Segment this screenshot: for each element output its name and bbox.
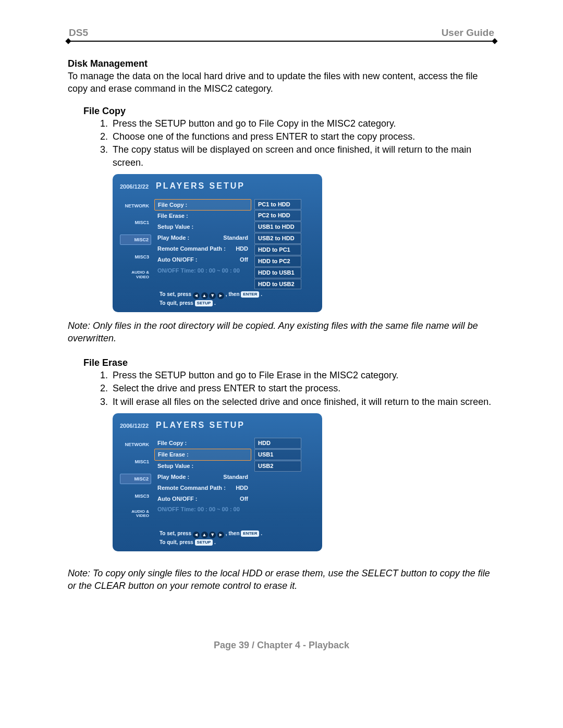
screen-settings-column: File Copy : File Erase : Setup Value : P… bbox=[154, 199, 251, 290]
setting-file-copy[interactable]: File Copy : bbox=[154, 199, 251, 211]
sidebar-tab-misc1[interactable]: MISC1 bbox=[120, 218, 151, 227]
sidebar-tab-misc1[interactable]: MISC1 bbox=[120, 457, 151, 466]
screen-options-column: PC1 to HDD PC2 to HDD USB1 to HDD USB2 t… bbox=[254, 199, 301, 290]
players-setup-screen-filecopy: 2006/12/22 PLAYERS SETUP NETWORK MISC1 M… bbox=[113, 174, 322, 312]
list-item: Select the drive and press ENTER to star… bbox=[111, 382, 495, 394]
players-setup-screen-fileerase: 2006/12/22 PLAYERS SETUP NETWORK MISC1 M… bbox=[113, 413, 322, 551]
screen-date: 2006/12/22 bbox=[120, 422, 149, 430]
screen-title: PLAYERS SETUP bbox=[156, 180, 245, 192]
list-item: The copy status will be displayed on scr… bbox=[111, 143, 495, 169]
setting-file-copy[interactable]: File Copy : bbox=[154, 438, 251, 449]
arrow-down-icon: ▼ bbox=[209, 292, 216, 299]
setting-play-mode[interactable]: Play Mode :Standard bbox=[154, 472, 251, 483]
option-item[interactable]: PC2 to HDD bbox=[254, 210, 301, 221]
sidebar-tab-audio-video[interactable]: AUDIO & VIDEO bbox=[120, 269, 151, 281]
file-erase-title: File Erase bbox=[83, 356, 495, 369]
option-item[interactable]: USB1 bbox=[254, 449, 301, 460]
enter-key-icon: ENTER bbox=[241, 530, 259, 537]
screen-hints: To set, press ◄ ▲ ▼ ► , then ENTER . To … bbox=[160, 290, 262, 307]
disk-management-title: Disk Management bbox=[68, 57, 495, 70]
setting-play-mode[interactable]: Play Mode :Standard bbox=[154, 232, 251, 243]
list-item: Choose one of the functions and press EN… bbox=[111, 130, 495, 143]
option-item[interactable]: HDD bbox=[254, 438, 301, 449]
header-right: User Guide bbox=[442, 26, 494, 40]
option-item[interactable]: HDD to PC1 bbox=[254, 244, 301, 255]
option-item[interactable]: USB1 to HDD bbox=[254, 221, 301, 232]
setting-onoff-time: ON/OFF Time: 00 : 00 ~ 00 : 00 bbox=[154, 504, 251, 515]
file-copy-section: File Copy Press the SETUP button and go … bbox=[83, 105, 495, 345]
setting-file-erase[interactable]: File Erase : bbox=[154, 449, 251, 461]
option-item[interactable]: HDD to USB2 bbox=[254, 279, 301, 290]
sidebar-tab-misc2[interactable]: MISC2 bbox=[120, 235, 151, 245]
setting-setup-value[interactable]: Setup Value : bbox=[154, 221, 251, 232]
sidebar-tab-network[interactable]: NETWORK bbox=[120, 201, 151, 211]
option-item[interactable]: USB2 bbox=[254, 461, 301, 472]
setting-file-erase[interactable]: File Erase : bbox=[154, 211, 251, 221]
final-note: Note: To copy only single files to the l… bbox=[68, 567, 495, 593]
header-rule bbox=[68, 41, 495, 42]
arrow-right-icon: ► bbox=[217, 292, 224, 299]
sidebar-tab-misc3[interactable]: MISC3 bbox=[120, 252, 151, 262]
setting-remote-path[interactable]: Remote Command Path :HDD bbox=[154, 483, 251, 493]
arrow-up-icon: ▲ bbox=[201, 292, 208, 299]
arrow-down-icon: ▼ bbox=[209, 532, 216, 538]
option-item[interactable]: HDD to USB1 bbox=[254, 267, 301, 278]
setting-remote-path[interactable]: Remote Command Path :HDD bbox=[154, 243, 251, 254]
setting-auto-onoff[interactable]: Auto ON/OFF :Off bbox=[154, 254, 251, 265]
option-item[interactable]: PC1 to HDD bbox=[254, 199, 301, 210]
header-left: DS5 bbox=[69, 26, 88, 40]
page-header: DS5 User Guide bbox=[68, 26, 495, 41]
option-item[interactable]: HDD to PC2 bbox=[254, 256, 301, 267]
sidebar-tab-misc2[interactable]: MISC2 bbox=[120, 474, 151, 484]
file-copy-steps: Press the SETUP button and go to File Co… bbox=[95, 117, 495, 169]
sidebar-tab-audio-video[interactable]: AUDIO & VIDEO bbox=[120, 508, 151, 520]
sidebar-tab-network[interactable]: NETWORK bbox=[120, 440, 151, 449]
arrow-right-icon: ► bbox=[217, 532, 224, 538]
screen-hints: To set, press ◄ ▲ ▼ ► , then ENTER . To … bbox=[160, 529, 262, 546]
option-item[interactable]: USB2 to HDD bbox=[254, 233, 301, 244]
disk-management-section: Disk Management To manage the data on th… bbox=[68, 57, 495, 95]
setting-setup-value[interactable]: Setup Value : bbox=[154, 461, 251, 472]
arrow-up-icon: ▲ bbox=[201, 532, 208, 538]
screen-title: PLAYERS SETUP bbox=[156, 419, 245, 431]
setting-onoff-time: ON/OFF Time: 00 : 00 ~ 00 : 00 bbox=[154, 265, 251, 276]
screen-date: 2006/12/22 bbox=[120, 183, 149, 191]
sidebar-tab-misc3[interactable]: MISC3 bbox=[120, 491, 151, 501]
screen-sidebar: NETWORK MISC1 MISC2 MISC3 AUDIO & VIDEO bbox=[120, 440, 151, 520]
setting-auto-onoff[interactable]: Auto ON/OFF :Off bbox=[154, 493, 251, 504]
list-item: It will erase all files on the selected … bbox=[111, 396, 495, 408]
arrow-left-icon: ◄ bbox=[193, 532, 200, 538]
screen-sidebar: NETWORK MISC1 MISC2 MISC3 AUDIO & VIDEO bbox=[120, 201, 151, 290]
file-erase-steps: Press the SETUP button and go to File Er… bbox=[95, 369, 495, 408]
file-copy-note: Note: Only files in the root directory w… bbox=[68, 319, 495, 345]
disk-management-body: To manage the data on the local hard dri… bbox=[68, 70, 495, 95]
screen-settings-column: File Copy : File Erase : Setup Value : P… bbox=[154, 438, 251, 520]
setup-key-icon: SETUP bbox=[195, 539, 213, 546]
arrow-left-icon: ◄ bbox=[193, 292, 200, 299]
page-footer: Page 39 / Chapter 4 - Playback bbox=[68, 639, 495, 651]
file-copy-title: File Copy bbox=[83, 105, 495, 117]
file-erase-section: File Erase Press the SETUP button and go… bbox=[83, 356, 495, 551]
screen-options-column: HDD USB1 USB2 bbox=[254, 438, 301, 520]
enter-key-icon: ENTER bbox=[241, 291, 259, 298]
list-item: Press the SETUP button and go to File Er… bbox=[111, 369, 495, 381]
setup-key-icon: SETUP bbox=[195, 300, 213, 306]
list-item: Press the SETUP button and go to File Co… bbox=[111, 117, 495, 130]
